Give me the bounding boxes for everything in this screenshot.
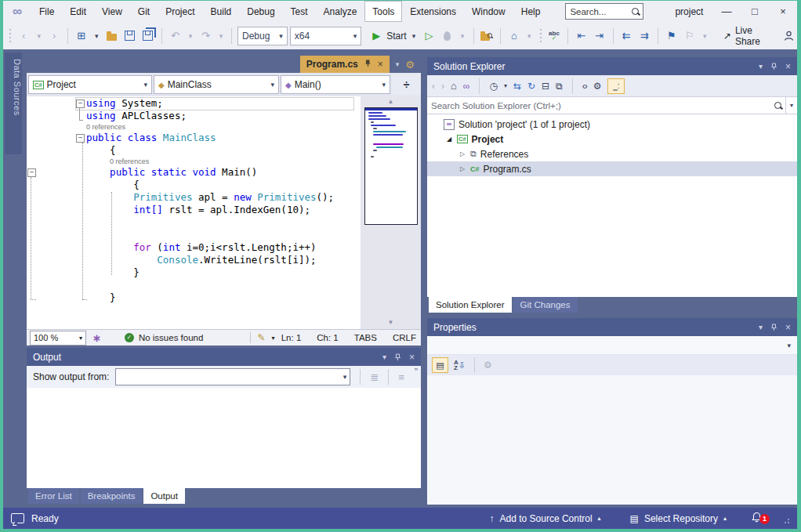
menu-test[interactable]: Test (283, 1, 316, 22)
navigate-back-dropdown[interactable]: ▾ (34, 27, 44, 45)
outline-collapse-icon[interactable]: − (27, 168, 36, 177)
filter-dropdown[interactable]: ▾ (504, 82, 507, 89)
tree-item-project[interactable]: ◢C#Project (427, 132, 797, 147)
resize-grip[interactable] (780, 514, 789, 523)
open-folder-button[interactable] (104, 27, 120, 45)
redo-button[interactable]: ↷ (198, 27, 213, 45)
menu-help[interactable]: Help (513, 1, 549, 22)
toolbar-overflow-icon[interactable]: ” (415, 366, 418, 378)
clear-all-button[interactable]: ≡ (398, 371, 404, 383)
solution-explorer-search[interactable]: Search Solution Explorer (Ctrl+;) ▾ (427, 96, 797, 114)
editor-scrollbar[interactable]: ▲ ▼ (361, 96, 421, 329)
gear-icon[interactable]: ⚙ (405, 59, 415, 71)
line-indicator[interactable]: Ln: 1 (281, 333, 302, 342)
tree-expander-icon[interactable]: ▷ (458, 150, 466, 157)
save-all-button[interactable] (140, 27, 156, 45)
menu-git[interactable]: Git (130, 1, 158, 22)
tab-program-cs[interactable]: Program.cs × (300, 56, 390, 73)
indent-indicator[interactable]: TABS (354, 333, 377, 342)
menu-project[interactable]: Project (158, 1, 202, 22)
tree-item-solution-project-1-of-1-project[interactable]: ∞Solution 'project' (1 of 1 project) (427, 117, 797, 132)
increase-indent-button[interactable]: ⇉ (636, 27, 652, 45)
eol-indicator[interactable]: CRLF (393, 333, 416, 342)
hot-reload-button[interactable] (440, 27, 455, 45)
properties-header[interactable]: Properties ▾ × (427, 318, 797, 336)
navigate-back-button[interactable]: ‹ (16, 27, 31, 45)
pending-changes-filter-icon[interactable]: ◷ (489, 81, 497, 92)
live-share-button[interactable]: ↗ Live Share (723, 25, 760, 47)
start-debugging-button[interactable]: ▶ (368, 27, 384, 45)
zoom-dropdown[interactable]: 100 %▾ (30, 331, 86, 346)
menu-edit[interactable]: Edit (62, 1, 94, 22)
property-pages-wrench-icon[interactable]: ⚙ (484, 360, 492, 371)
collapse-all-icon[interactable]: ⊟ (542, 81, 549, 92)
undo-button[interactable]: ↶ (167, 27, 183, 45)
scroll-up-icon[interactable]: ▲ (361, 98, 421, 105)
health-indicator[interactable]: ✓ No issues found (125, 333, 203, 342)
hot-reload-dropdown[interactable]: ▾ (458, 27, 468, 45)
maximize-button[interactable]: □ (741, 1, 769, 22)
type-dropdown[interactable]: ◆ MainClass ▾ (154, 75, 279, 94)
pin-icon[interactable] (770, 63, 777, 71)
data-sources-tab[interactable]: Data Sources (5, 52, 22, 154)
start-dropdown[interactable]: ▾ (409, 27, 419, 45)
search-box[interactable]: Search... (565, 3, 643, 20)
show-all-files-icon[interactable]: ‗: (607, 78, 625, 94)
tab-breakpoints[interactable]: Breakpoints (81, 488, 143, 504)
navigate-cursor-back-button[interactable]: ⇤ (574, 27, 589, 45)
window-position-dropdown[interactable]: ▾ (759, 323, 763, 331)
member-dropdown[interactable]: ◆ Main() ▾ (281, 75, 390, 94)
menu-view[interactable]: View (94, 1, 130, 22)
new-project-dropdown[interactable]: ▾ (92, 27, 102, 45)
window-position-dropdown[interactable]: ▾ (382, 353, 386, 361)
view-code-icon[interactable]: ‹› (582, 81, 587, 92)
menu-window[interactable]: Window (464, 1, 513, 22)
menu-analyze[interactable]: Analyze (316, 1, 365, 22)
solution-explorer-header[interactable]: Solution Explorer ▾ × (427, 57, 797, 75)
find-in-files-button[interactable] (479, 27, 495, 45)
intellicode-icon[interactable]: ∗ (92, 332, 101, 344)
tab-solution-explorer[interactable]: Solution Explorer (429, 297, 512, 313)
tree-expander-icon[interactable]: ▷ (458, 165, 466, 172)
spell-check-button[interactable]: abc✓ (546, 27, 562, 45)
start-without-debugging-button[interactable]: ▷ (422, 27, 437, 45)
close-button[interactable]: × (769, 1, 797, 22)
close-icon[interactable]: × (409, 352, 415, 363)
solution-platforms-dropdown[interactable]: x64▾ (290, 27, 361, 45)
word-wrap-button[interactable]: ≣ (370, 371, 379, 383)
menu-tools[interactable]: Tools (364, 1, 402, 22)
home-button[interactable]: ⌂ (506, 27, 522, 45)
tab-error-list[interactable]: Error List (28, 488, 79, 504)
output-content[interactable] (27, 388, 421, 488)
menu-debug[interactable]: Debug (239, 1, 282, 22)
categorized-view-icon[interactable]: ▤ (432, 357, 448, 373)
minimize-button[interactable]: — (712, 1, 741, 22)
tree-item-references[interactable]: ▷⧉References (427, 147, 797, 161)
close-icon[interactable]: × (785, 61, 791, 72)
back-button[interactable]: ‹ (432, 81, 435, 92)
pin-icon[interactable] (770, 324, 777, 331)
code-editor[interactable]: − − − using System;using APLClasses;0 re… (27, 96, 361, 329)
start-label[interactable]: Start (386, 31, 406, 42)
menu-file[interactable]: File (31, 1, 62, 22)
decrease-indent-button[interactable]: ⇇ (618, 27, 634, 45)
output-header[interactable]: Output ▾ × (27, 348, 421, 366)
pin-icon[interactable] (364, 59, 372, 70)
toggle-bookmark-button[interactable]: ⚑ (664, 27, 680, 45)
refresh-icon[interactable]: ↻ (527, 81, 535, 92)
outline-collapse-icon[interactable]: − (76, 134, 85, 143)
tab-output[interactable]: Output (143, 488, 185, 504)
switch-views-icon[interactable]: ∞ (463, 81, 470, 92)
previous-bookmark-button[interactable]: ⚐ (682, 27, 698, 45)
navigate-cursor-forward-button[interactable]: ⇥ (592, 27, 607, 45)
outline-collapse-icon[interactable]: − (76, 100, 85, 108)
tree-expander-icon[interactable]: ◢ (445, 136, 453, 143)
feedback-person-button[interactable] (781, 27, 797, 45)
tree-item-program-cs[interactable]: ▷C#Program.cs (427, 161, 797, 176)
properties-content[interactable] (427, 375, 797, 505)
notifications-button[interactable]: 1 (751, 512, 768, 526)
minimap[interactable] (364, 107, 418, 225)
feedback-bubble-icon[interactable] (11, 513, 24, 523)
search-options-dropdown[interactable]: ▾ (785, 97, 797, 114)
close-tab-icon[interactable]: × (378, 59, 383, 70)
